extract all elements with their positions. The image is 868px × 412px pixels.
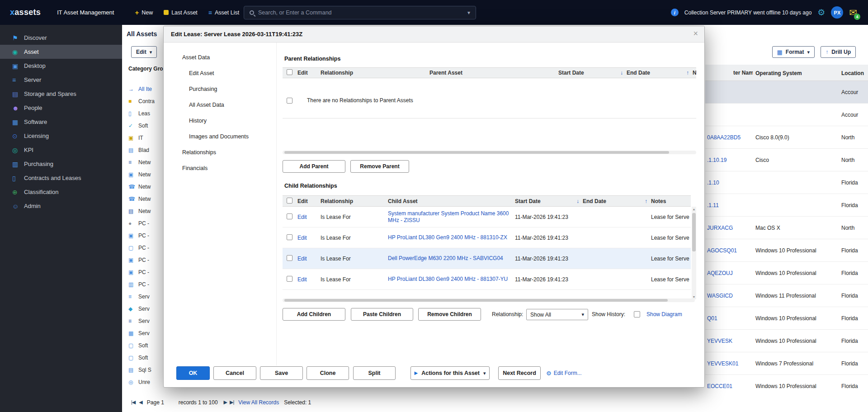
asset-row[interactable]: WASGICD Windows 11 Professional Florida (705, 284, 868, 307)
column-start-date[interactable]: Start Date↓ (557, 70, 625, 76)
scrollbar-thumb[interactable] (284, 299, 668, 302)
column-end-date[interactable]: End Date↑ (625, 70, 691, 76)
info-icon[interactable]: i (671, 9, 679, 16)
asset-name-link[interactable]: AGOCSQ01 (707, 247, 737, 254)
sidebar-item[interactable]: ⊙ Licensing (0, 129, 122, 143)
command-search[interactable]: ▾ (244, 6, 476, 19)
column-edit[interactable]: Edit (296, 70, 319, 76)
asset-row[interactable]: .1.10 Florida (705, 171, 868, 194)
column-location[interactable]: Location (841, 70, 864, 76)
new-button[interactable]: +New (135, 9, 153, 16)
asset-row[interactable]: YEVVESK Windows 10 Professional Florida (705, 330, 868, 352)
sidebar-item[interactable]: ▥ Purchasing (0, 157, 122, 171)
column-end-date[interactable]: End Date↑ (581, 198, 649, 204)
asset-name-link[interactable]: EOCCE01 (707, 383, 732, 389)
sidebar-item[interactable]: ☺ Admin (0, 199, 122, 213)
column-start-date[interactable]: Start Date↓ (513, 198, 581, 204)
search-input[interactable] (258, 9, 467, 16)
sidebar-item[interactable]: ▤ Storage and Spares (0, 87, 122, 101)
relationship-filter-select[interactable]: Show All▾ (526, 309, 588, 320)
column-computer-name[interactable]: ter Name (733, 70, 753, 76)
child-relationship-row[interactable]: Edit Is Lease For Dell PowerEdge M630 22… (283, 248, 691, 269)
split-button[interactable]: Split (353, 366, 396, 380)
dialog-nav-item[interactable]: All Asset Data (164, 97, 276, 113)
asset-name-link[interactable]: .1.11 (707, 202, 719, 208)
edit-button[interactable]: Edit▾ (131, 46, 157, 58)
asset-row[interactable]: JURXACG Mac OS X North (705, 217, 868, 239)
select-all-checkbox[interactable] (287, 198, 292, 204)
remove-children-button[interactable]: Remove Children (418, 308, 481, 321)
sort-up-icon[interactable]: ↑ (686, 70, 689, 76)
add-parent-button[interactable]: Add Parent (283, 160, 345, 173)
dialog-nav-item[interactable]: Relationships (164, 145, 276, 161)
sidebar-item[interactable]: ☻ People (0, 101, 122, 115)
child-relationship-row[interactable]: Edit Is Lease For System manufacturer Sy… (283, 207, 691, 227)
show-diagram-link[interactable]: Show Diagram (646, 308, 682, 321)
edit-link[interactable]: Edit (297, 214, 307, 220)
asset-name-link[interactable]: 0A8AA22BD5 (707, 134, 741, 141)
child-relationship-row[interactable]: Edit Is Lease For HP ProLiant DL380 Gen9… (283, 227, 691, 248)
asset-name-link[interactable]: WASGICD (707, 293, 733, 299)
asset-row[interactable]: .1.11 Florida (705, 194, 868, 217)
next-page-icon[interactable]: ▶ (224, 399, 227, 405)
asset-row[interactable]: Q01 Windows 10 Professional Florida (705, 307, 868, 330)
sidebar-item[interactable]: ⚑ Discover (0, 31, 122, 45)
cancel-button[interactable]: Cancel (213, 366, 256, 380)
sidebar-item[interactable]: ◉ Asset (0, 45, 122, 59)
child-asset-link[interactable]: HP ProLiant DL380 Gen9 2400 MHz - 881310… (388, 234, 507, 241)
asset-row[interactable]: AGOCSQ01 Windows 10 Professional Florida (705, 239, 868, 262)
ok-button[interactable]: OK (176, 366, 210, 380)
dialog-nav-item[interactable]: History (164, 113, 276, 129)
asset-name-link[interactable]: YEVVESK01 (707, 360, 738, 367)
row-checkbox[interactable] (287, 255, 292, 261)
asset-name-link[interactable]: .1.10 (707, 180, 719, 186)
asset-row[interactable]: Accour (705, 104, 868, 126)
dialog-nav-item[interactable]: Asset Data (164, 50, 276, 66)
column-notes[interactable]: N (691, 70, 696, 76)
sidebar-item[interactable]: ▣ Desktop (0, 59, 122, 73)
child-horizontal-scrollbar[interactable] (283, 298, 695, 302)
sidebar-item[interactable]: ▯ Contracts and Leases (0, 171, 122, 185)
dialog-nav-item[interactable]: Images and Documents (164, 129, 276, 145)
first-page-icon[interactable]: |◀ (131, 399, 135, 405)
column-operating-system[interactable]: Operating System (755, 70, 802, 76)
column-edit[interactable]: Edit (296, 198, 319, 204)
last-page-icon[interactable]: ▶| (230, 399, 234, 405)
sidebar-item[interactable]: ▦ Software (0, 115, 122, 129)
asset-row[interactable]: 0A8AA22BD5 Cisco 8.0(9.0) North (705, 126, 868, 149)
show-history-checkbox[interactable] (634, 311, 640, 317)
search-chevron-down-icon[interactable]: ▾ (467, 9, 470, 16)
close-icon[interactable]: × (693, 29, 698, 38)
column-notes[interactable]: Notes (649, 198, 691, 204)
child-asset-link[interactable]: Dell PowerEdge M630 2200 MHz - SABVICG04 (388, 255, 503, 261)
asset-list-button[interactable]: ≡Asset List (208, 9, 239, 16)
asset-row[interactable]: YEVVESK01 Windows 7 Professional Florida (705, 352, 868, 375)
row-checkbox[interactable] (287, 276, 292, 282)
scroll-up-icon[interactable]: ▲ (692, 207, 696, 212)
next-record-button[interactable]: Next Record (498, 366, 541, 380)
row-checkbox[interactable] (287, 213, 292, 219)
child-asset-link[interactable]: HP ProLiant DL380 Gen9 2400 MHz - 881307… (388, 276, 508, 282)
format-button[interactable]: ▦Format▾ (772, 46, 815, 58)
scrollbar-thumb[interactable] (284, 151, 669, 154)
asset-name-link[interactable]: .1.10.19 (707, 157, 726, 163)
select-all-checkbox[interactable] (287, 69, 292, 75)
save-button[interactable]: Save (260, 366, 303, 380)
column-relationship[interactable]: Relationship (319, 70, 428, 76)
dialog-nav-item[interactable]: Financials (164, 161, 276, 176)
avatar[interactable]: PX (831, 6, 843, 19)
sidebar-item[interactable]: ◎ KPI (0, 143, 122, 157)
paste-children-button[interactable]: Paste Children (351, 308, 413, 321)
prev-page-icon[interactable]: ◀ (139, 399, 142, 405)
asset-row[interactable]: .1.10.19 Cisco North (705, 149, 868, 171)
clone-button[interactable]: Clone (307, 366, 349, 380)
column-parent-asset[interactable]: Parent Asset (428, 70, 557, 76)
sidebar-item[interactable]: ≡ Server (0, 73, 122, 87)
child-relationship-row[interactable]: Edit Is Lease For HP ProLiant DL380 Gen9… (283, 269, 691, 290)
remove-parent-button[interactable]: Remove Parent (350, 160, 409, 173)
asset-row[interactable]: Accour (705, 81, 868, 104)
view-all-records-link[interactable]: View All Records (238, 399, 279, 406)
edit-form-link[interactable]: ⚙Edit Form... (546, 370, 582, 376)
sort-down-icon[interactable]: ↓ (576, 199, 579, 204)
asset-row[interactable]: AQEZOUJ Windows 10 Professional Florida (705, 262, 868, 284)
